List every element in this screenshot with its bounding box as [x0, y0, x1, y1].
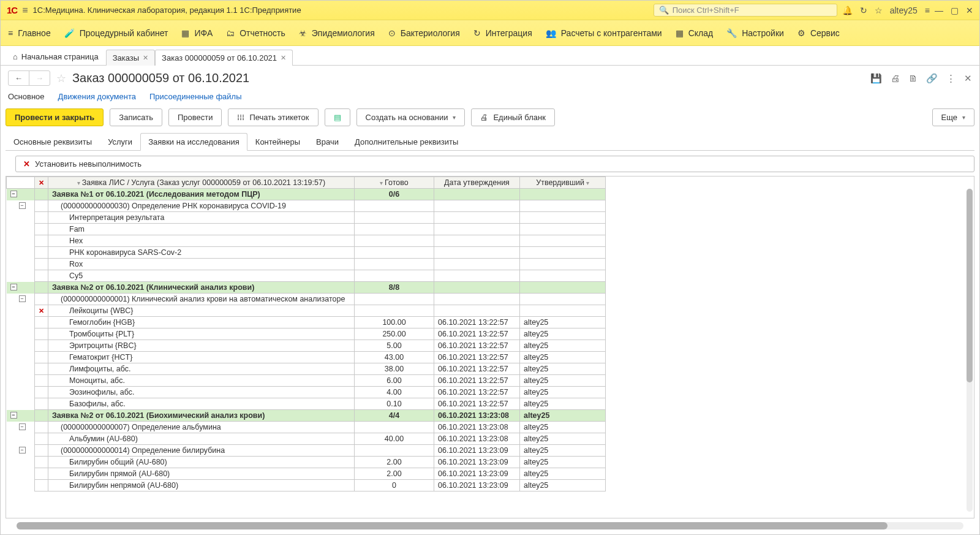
ready-cell: 250.00 — [355, 328, 434, 340]
menu-item-7[interactable]: 👥Расчеты с контрагентами — [546, 28, 662, 38]
close-tab-icon[interactable]: ✕ — [143, 54, 148, 62]
link-icon[interactable]: 🔗 — [926, 73, 938, 84]
set-unperformable-button[interactable]: ✕Установить невыполнимость — [15, 156, 974, 172]
table-row[interactable]: −(000000000000007) Определение альбумина… — [7, 422, 606, 433]
table-row[interactable]: ✕Лейкоциты {WBC} — [7, 305, 606, 317]
table-row[interactable]: Лимфоциты, абс.38.0006.10.2021 13:22:57a… — [7, 363, 606, 375]
date-cell: 06.10.2021 13:23:08 — [434, 433, 520, 445]
expand-icon[interactable]: − — [19, 423, 26, 430]
date-column-header[interactable]: Дата утверждения — [434, 177, 520, 189]
close-button[interactable]: ✕ — [966, 6, 973, 15]
back-button[interactable]: ← — [9, 71, 29, 85]
toolbar-extra-button[interactable]: ▤ — [325, 108, 350, 126]
post-and-close-button[interactable]: Провести и закрыть — [6, 108, 104, 126]
sublink-0[interactable]: Основное — [8, 92, 45, 101]
menu-item-4[interactable]: ☣Эпидемиология — [299, 28, 375, 38]
inner-tab-4[interactable]: Врачи — [308, 133, 347, 151]
menu-item-6[interactable]: ↻Интеграция — [473, 28, 532, 38]
print-icon[interactable]: 🖨 — [891, 73, 900, 84]
star-icon[interactable]: ☆ — [875, 6, 883, 15]
mark-column-header[interactable]: ✕ — [35, 177, 48, 189]
table-row[interactable]: Fam — [7, 224, 606, 235]
create-based-on-button[interactable]: Создать на основании — [356, 108, 466, 126]
menu-item-2[interactable]: ▦ИФА — [181, 28, 213, 38]
tab-1[interactable]: Заказ 000000059 от 06.10.2021✕ — [155, 50, 293, 66]
user-menu-icon[interactable]: ≡ — [925, 6, 930, 15]
inner-tab-3[interactable]: Контейнеры — [247, 133, 308, 151]
horizontal-scrollbar[interactable] — [17, 522, 963, 529]
table-row[interactable]: Альбумин (AU-680)40.0006.10.2021 13:23:0… — [7, 433, 606, 445]
user-cell — [520, 224, 606, 235]
table-row[interactable]: −Заявка №1 от 06.10.2021 (Исследования м… — [7, 189, 606, 200]
menu-item-0[interactable]: ≡Главное — [8, 28, 51, 38]
table-row[interactable]: Билирубин непрямой (AU-680)006.10.2021 1… — [7, 480, 606, 491]
menu-item-10[interactable]: ⚙Сервис — [797, 28, 840, 38]
single-form-button[interactable]: 🖨Единый бланк — [471, 108, 554, 126]
ready-column-header[interactable]: ▾ Готово — [355, 177, 434, 189]
expand-icon[interactable]: − — [19, 202, 26, 209]
sublink-2[interactable]: Присоединенные файлы — [149, 92, 242, 101]
menu-item-5[interactable]: ⊙Бактериология — [388, 28, 460, 38]
menu-item-8[interactable]: ▦Склад — [676, 28, 714, 38]
inner-tab-5[interactable]: Дополнительные реквизиты — [347, 133, 466, 151]
maximize-button[interactable]: ▢ — [951, 6, 959, 15]
table-row[interactable]: Эритроциты {RBC}5.0006.10.2021 13:22:57a… — [7, 340, 606, 352]
table-row[interactable]: Базофилы, абс.0.1006.10.2021 13:22:57alt… — [7, 398, 606, 410]
kebab-icon[interactable]: ⋮ — [946, 73, 956, 84]
minimize-button[interactable]: — — [935, 6, 943, 15]
forward-button[interactable]: → — [29, 71, 50, 85]
expand-icon[interactable]: − — [19, 295, 26, 302]
tab-0[interactable]: Заказы✕ — [106, 50, 155, 66]
main-menu-icon[interactable]: ≡ — [22, 5, 28, 16]
date-cell — [434, 305, 520, 317]
table-row[interactable]: Гемоглобин {HGB}100.0006.10.2021 13:22:5… — [7, 317, 606, 328]
table-row[interactable]: −(000000000000014) Определение билирубин… — [7, 445, 606, 457]
expand-icon[interactable]: − — [10, 191, 17, 197]
sublink-1[interactable]: Движения документа — [58, 92, 136, 101]
global-search[interactable]: 🔍 Поиск Ctrl+Shift+F — [654, 4, 837, 17]
vertical-scrollbar[interactable] — [967, 189, 973, 512]
table-row[interactable]: Моноциты, абс.6.0006.10.2021 13:22:57alt… — [7, 375, 606, 387]
user-name[interactable]: altey25 — [890, 6, 918, 15]
table-row[interactable]: −(000000000000001) Клинический анализ кр… — [7, 294, 606, 305]
menu-item-3[interactable]: 🗂Отчетность — [226, 28, 285, 38]
menu-item-1[interactable]: 🧪Процедурный кабинет — [64, 28, 168, 38]
table-row[interactable]: РНК коронавируса SARS-Cov-2 — [7, 247, 606, 259]
expand-icon[interactable]: − — [10, 412, 17, 419]
table-row[interactable]: Cy5 — [7, 270, 606, 282]
favorite-star-icon[interactable]: ☆ — [56, 72, 66, 85]
table-row[interactable]: −Заявка №2 от 06.10.2021 (Биохимический … — [7, 410, 606, 422]
table-row[interactable]: −Заявка №2 от 06.10.2021 (Клинический ан… — [7, 282, 606, 294]
close-tab-icon[interactable]: ✕ — [281, 54, 286, 62]
table-row[interactable]: Интерпретация результата — [7, 212, 606, 224]
history-icon[interactable]: ↻ — [860, 6, 867, 15]
save-button[interactable]: Записать — [110, 108, 162, 126]
bell-icon[interactable]: 🔔 — [842, 6, 853, 15]
inner-tab-2[interactable]: Заявки на исследования — [140, 133, 247, 151]
inner-tab-1[interactable]: Услуги — [100, 133, 140, 151]
print-labels-button[interactable]: ⁞⁞⁞Печать этикеток — [228, 108, 318, 126]
table-row[interactable]: Эозинофилы, абс.4.0006.10.2021 13:22:57a… — [7, 387, 606, 398]
table-row[interactable]: Билирубин прямой (AU-680)2.0006.10.2021 … — [7, 468, 606, 480]
expand-icon[interactable]: − — [10, 284, 17, 290]
more-button[interactable]: Еще — [932, 108, 974, 126]
close-page-icon[interactable]: ✕ — [964, 73, 972, 84]
table-row[interactable]: Гематокрит {HCT}43.0006.10.2021 13:22:57… — [7, 352, 606, 363]
table-row[interactable]: Билирубин общий (AU-680)2.0006.10.2021 1… — [7, 457, 606, 468]
expand-icon[interactable]: − — [19, 447, 26, 453]
table-row[interactable]: Тромбоциты {PLT}250.0006.10.2021 13:22:5… — [7, 328, 606, 340]
table-row[interactable]: −(000000000000030) Определение РНК корон… — [7, 200, 606, 212]
user-column-header[interactable]: Утвердивший ▾ — [520, 177, 606, 189]
table-row[interactable]: Hex — [7, 235, 606, 247]
save-icon[interactable]: 💾 — [870, 73, 882, 84]
menu-item-9[interactable]: 🔧Настройки — [726, 28, 784, 38]
home-tab[interactable]: ⌂ Начальная страница — [6, 48, 106, 65]
service-column-header[interactable]: ▾ Заявка ЛИС / Услуга (Заказ услуг 00000… — [48, 177, 355, 189]
service-cell: Билирубин прямой (AU-680) — [48, 468, 355, 480]
grid[interactable]: ✕ ▾ Заявка ЛИС / Услуга (Заказ услуг 000… — [6, 176, 974, 518]
ready-cell — [355, 294, 434, 305]
post-button[interactable]: Провести — [168, 108, 222, 126]
report-icon[interactable]: 🗎 — [908, 73, 918, 84]
table-row[interactable]: Rox — [7, 259, 606, 270]
inner-tab-0[interactable]: Основные реквизиты — [6, 133, 100, 151]
